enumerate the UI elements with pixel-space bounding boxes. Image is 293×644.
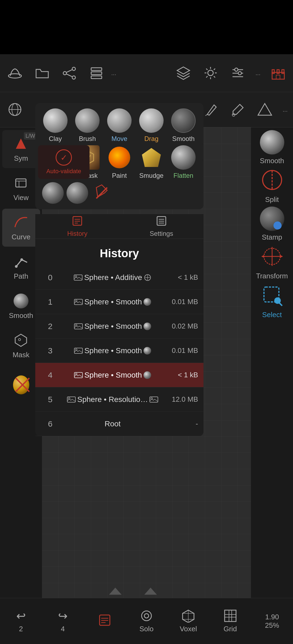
panel-tabs: History Settings bbox=[35, 214, 203, 239]
svg-rect-79 bbox=[74, 348, 82, 353]
grid-icon[interactable] bbox=[5, 100, 24, 119]
brush-smudge[interactable]: Smudge bbox=[137, 145, 166, 179]
svg-point-13 bbox=[235, 68, 238, 71]
svg-line-41 bbox=[205, 114, 207, 116]
split-label: Split bbox=[265, 195, 279, 204]
stack-icon[interactable] bbox=[87, 64, 106, 83]
history-row-0[interactable]: 0 Sphere • Additive < 1 kB bbox=[35, 265, 203, 290]
svg-rect-83 bbox=[67, 397, 75, 402]
drag-label: Drag bbox=[144, 135, 158, 143]
brush-move[interactable]: Move bbox=[105, 108, 134, 143]
brush-drag[interactable]: Drag bbox=[137, 108, 166, 143]
bottom-solo[interactable]: Solo bbox=[126, 609, 167, 633]
bottom-redo[interactable]: ↪ 4 bbox=[42, 609, 84, 633]
brush-paint[interactable]: Paint bbox=[105, 145, 134, 179]
right-item-split[interactable]: Split bbox=[253, 168, 291, 204]
history-row-6[interactable]: 6 Root - bbox=[35, 412, 203, 436]
svg-marker-57 bbox=[261, 255, 264, 258]
sidebar-item-curve[interactable]: Curve › bbox=[2, 209, 40, 247]
castle-icon[interactable] bbox=[269, 64, 288, 83]
history-row-4[interactable]: 4 Sphere • Smooth < 1 kB bbox=[35, 363, 203, 387]
bottom-grid[interactable]: Grid bbox=[209, 609, 251, 633]
brush-flatten[interactable]: Flatten bbox=[169, 145, 198, 179]
svg-rect-77 bbox=[74, 324, 82, 329]
toolbar-row1: ... ... bbox=[0, 54, 293, 92]
sidebar-item-path[interactable]: Path › bbox=[2, 248, 40, 286]
row5-num: 5 bbox=[41, 395, 60, 404]
svg-line-4 bbox=[66, 70, 72, 72]
brush-row3-c[interactable] bbox=[91, 182, 113, 204]
settings-icon[interactable] bbox=[201, 64, 220, 83]
smudge-label: Smudge bbox=[139, 172, 163, 179]
settings-tab-icon bbox=[156, 215, 167, 228]
curve-icon bbox=[13, 214, 29, 231]
lw-badge: L/W bbox=[24, 132, 37, 140]
svg-rect-16 bbox=[272, 70, 274, 73]
stamp-icon bbox=[260, 207, 284, 231]
history-row-3[interactable]: 3 Sphere • Smooth 0.01 MB bbox=[35, 339, 203, 363]
brush-icon bbox=[75, 108, 100, 133]
transform-label: Transform bbox=[256, 272, 288, 280]
right-item-stamp[interactable]: Stamp bbox=[253, 207, 291, 242]
sidebar-item-mask[interactable]: Mask bbox=[2, 327, 40, 365]
brush-clay[interactable]: Clay bbox=[41, 108, 70, 143]
curve-label: Curve bbox=[12, 233, 30, 241]
right-item-select[interactable]: Select bbox=[253, 283, 291, 319]
svg-line-60 bbox=[279, 302, 282, 306]
sidebar-item-view[interactable]: View › bbox=[2, 169, 40, 207]
sidebar-item-sym[interactable]: L/W Sym › bbox=[2, 130, 40, 168]
svg-rect-75 bbox=[74, 299, 82, 305]
folder-icon[interactable] bbox=[33, 64, 52, 83]
pipette-icon[interactable] bbox=[228, 100, 247, 119]
smooth-right-label: Smooth bbox=[260, 157, 284, 165]
sliders-icon[interactable] bbox=[228, 64, 247, 83]
smooth-label: Smooth bbox=[9, 311, 33, 320]
solo-label: Solo bbox=[139, 625, 154, 633]
brush-brush[interactable]: Brush bbox=[73, 108, 102, 143]
row3-size: 0.01 MB bbox=[165, 346, 198, 355]
svg-point-93 bbox=[142, 611, 151, 621]
settings-tab-label: Settings bbox=[150, 230, 173, 237]
bottom-voxel[interactable]: Voxel bbox=[167, 609, 209, 633]
sidebar-item-material[interactable]: › bbox=[2, 366, 40, 404]
tab-history[interactable]: History bbox=[35, 214, 119, 239]
history-tab-icon bbox=[72, 215, 83, 228]
share-icon[interactable] bbox=[60, 64, 79, 83]
brush-smooth[interactable]: Smooth bbox=[169, 108, 198, 143]
pen-icon[interactable] bbox=[201, 100, 220, 119]
tab-settings[interactable]: Settings bbox=[119, 214, 203, 239]
svg-marker-56 bbox=[280, 255, 283, 258]
paint-icon bbox=[107, 145, 132, 170]
row3a-icon bbox=[42, 182, 64, 204]
layers-icon[interactable] bbox=[174, 64, 193, 83]
right-item-transform[interactable]: Transform bbox=[253, 244, 291, 280]
auto-validate-popup[interactable]: ✓ Auto-validate bbox=[38, 145, 90, 179]
svg-line-5 bbox=[66, 74, 72, 77]
bottom-history[interactable] bbox=[84, 613, 126, 629]
row5-size: 12.0 MB bbox=[165, 395, 198, 404]
toolbar1-dots2: ... bbox=[256, 70, 260, 77]
hat-icon[interactable] bbox=[5, 64, 24, 83]
svg-rect-8 bbox=[91, 76, 102, 79]
brush-row3-b[interactable] bbox=[66, 182, 88, 204]
row2-name: Sphere • Smooth bbox=[60, 322, 165, 331]
svg-point-3 bbox=[63, 72, 66, 75]
toolbar1-dots: ... bbox=[111, 70, 116, 77]
row5-name: Sphere • Resolutio… bbox=[60, 395, 165, 404]
history-row-1[interactable]: 1 Sphere • Smooth 0.01 MB bbox=[35, 290, 203, 314]
svg-rect-70 bbox=[74, 275, 82, 280]
smooth-right-icon bbox=[260, 130, 284, 154]
brush-row3-a[interactable] bbox=[42, 182, 64, 204]
select-label: Select bbox=[262, 311, 282, 319]
triangle-icon[interactable] bbox=[256, 100, 275, 119]
svg-rect-18 bbox=[282, 70, 284, 73]
sidebar-item-smooth[interactable]: Smooth bbox=[2, 287, 40, 325]
brush-grid-row1: Clay Brush Move Drag Smooth bbox=[41, 108, 198, 143]
right-item-smooth[interactable]: Smooth bbox=[253, 130, 291, 165]
redo-icon: ↪ bbox=[58, 609, 68, 623]
history-row-2[interactable]: 2 Sphere • Smooth 0.02 MB bbox=[35, 314, 203, 339]
spacer1 bbox=[124, 64, 166, 83]
history-row-5[interactable]: 5 Sphere • Resolutio… 12.0 MB bbox=[35, 387, 203, 412]
bottom-undo[interactable]: ↩ 2 bbox=[0, 609, 42, 633]
row6-size: - bbox=[165, 420, 198, 428]
